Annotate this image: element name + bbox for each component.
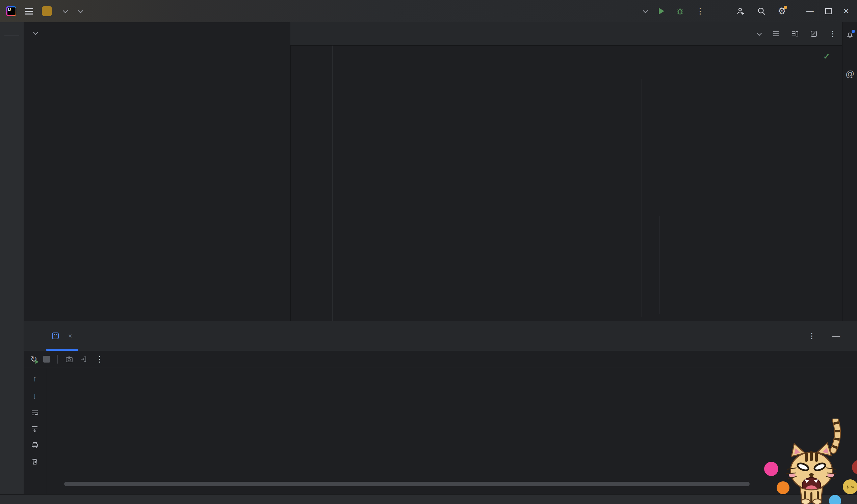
code-editor[interactable]: ✓ (290, 46, 857, 321)
close-button[interactable]: × (843, 6, 849, 17)
maximize-button[interactable] (825, 8, 832, 14)
project-tool-window (24, 22, 291, 321)
project-switcher[interactable] (61, 9, 67, 14)
debug-button[interactable] (676, 7, 685, 16)
run-tool-window: × ⋮ — ↻ ⋮ ↑ ↓ (24, 321, 857, 495)
editor-tab-bar: ⋮ (290, 22, 857, 46)
code-with-me-button[interactable] (736, 6, 745, 16)
indent-guide (642, 79, 642, 317)
more-actions-icon[interactable]: ⋮ (696, 6, 704, 16)
bug-icon (676, 7, 685, 16)
run-tab[interactable]: × (46, 321, 78, 351)
soft-wrap-button[interactable] (31, 409, 39, 417)
console-icon (52, 333, 59, 339)
search-everywhere-button[interactable] (757, 6, 766, 16)
ide-window: IJ ⋮ (0, 0, 857, 504)
run-console[interactable] (47, 368, 857, 495)
notification-dot (852, 30, 855, 33)
gutter-divider (332, 46, 333, 321)
close-icon[interactable]: × (68, 332, 72, 340)
scroll-to-end-button[interactable] (31, 425, 39, 433)
activity-bar (0, 22, 24, 495)
rerun-button[interactable]: ↻ (30, 355, 37, 363)
hidden-tabs-chevron-icon[interactable] (757, 30, 762, 36)
chevron-down-icon (643, 8, 648, 13)
chevron-down-icon (78, 8, 83, 13)
console-options-icon[interactable]: ⋮ (96, 354, 104, 364)
run-configuration-selector[interactable] (641, 9, 647, 14)
status-bar (0, 494, 857, 504)
cat-sticker (786, 419, 842, 504)
print-button[interactable] (31, 441, 39, 449)
face-icon (843, 480, 857, 494)
inspections-ok-icon[interactable]: ✓ (823, 52, 830, 61)
prev-occurrence-button[interactable]: ↑ (33, 374, 37, 383)
clear-console-button[interactable] (31, 457, 39, 466)
maximize-icon (825, 8, 832, 14)
chevron-down-icon (63, 8, 68, 13)
tab-options-icon[interactable]: ⋮ (829, 29, 837, 38)
preview-layout-icon[interactable] (810, 30, 818, 38)
trash-icon (31, 457, 39, 466)
scroll-end-icon (31, 425, 39, 433)
split-editor-icon[interactable] (791, 30, 799, 38)
divider (57, 355, 58, 364)
sort-lines-icon[interactable] (772, 30, 780, 38)
run-panel-options-icon[interactable]: ⋮ (808, 331, 816, 341)
export-icon (79, 355, 87, 363)
ai-assistant-icon[interactable]: @ (845, 69, 854, 79)
run-panel-header: × ⋮ — (24, 321, 857, 351)
soft-wrap-icon (31, 409, 39, 417)
title-bar: IJ ⋮ (0, 0, 857, 22)
screenshot-button[interactable] (65, 355, 73, 363)
settings-button[interactable]: ⚙ (778, 7, 786, 16)
sticker-yellow-face (843, 480, 857, 494)
run-toolbar: ↻ ⋮ (24, 351, 857, 368)
main-menu-icon[interactable] (25, 8, 33, 15)
stop-button[interactable] (43, 356, 50, 363)
hide-panel-button[interactable]: — (832, 331, 840, 341)
camera-icon (65, 355, 73, 363)
run-button[interactable] (659, 8, 664, 15)
chevron-down-icon (33, 30, 38, 35)
project-badge (42, 6, 52, 16)
right-tool-strip: @ (842, 22, 857, 321)
next-occurrence-button[interactable]: ↓ (33, 391, 37, 401)
indent-guide (659, 216, 659, 314)
console-hscrollbar[interactable] (64, 482, 750, 486)
sticker-pink-badge (764, 462, 778, 476)
export-button[interactable] (79, 355, 87, 363)
console-side-toolbar: ↑ ↓ (24, 368, 46, 495)
stop-icon (43, 356, 50, 363)
add-user-icon (736, 6, 745, 16)
settings-notification-dot (784, 6, 787, 9)
intellij-logo-icon: IJ (6, 6, 16, 16)
project-panel-header[interactable] (24, 22, 290, 35)
notifications-button[interactable] (845, 30, 854, 39)
minimize-button[interactable]: — (806, 7, 814, 16)
vcs-menu[interactable] (76, 9, 82, 14)
divider (4, 35, 19, 35)
search-icon (757, 6, 766, 16)
printer-icon (31, 441, 39, 449)
